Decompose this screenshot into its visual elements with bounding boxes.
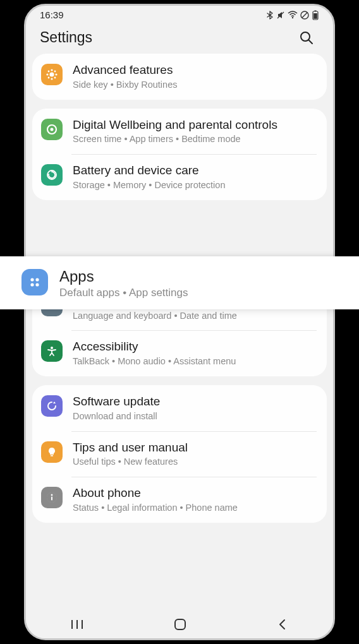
wifi-icon bbox=[288, 11, 298, 20]
row-title: Tips and user manual bbox=[73, 440, 317, 455]
header: Settings bbox=[26, 21, 333, 54]
row-subtitle: Default apps • App settings bbox=[59, 287, 338, 299]
svg-point-17 bbox=[54, 77, 56, 79]
nav-home-icon[interactable] bbox=[173, 617, 187, 631]
row-about-phone[interactable]: About phone Status • Legal information •… bbox=[32, 477, 327, 523]
row-title: Accessibility bbox=[73, 339, 317, 354]
svg-point-16 bbox=[48, 77, 50, 79]
settings-card: Advanced features Side key • Bixby Routi… bbox=[32, 54, 327, 100]
row-title: Apps bbox=[59, 268, 338, 285]
svg-point-32 bbox=[51, 494, 53, 496]
software-update-icon bbox=[41, 395, 63, 417]
svg-point-9 bbox=[50, 73, 54, 77]
row-subtitle: TalkBack • Mono audio • Assistant menu bbox=[73, 355, 317, 367]
bluetooth-icon bbox=[266, 11, 274, 20]
mute-icon bbox=[276, 11, 285, 20]
row-digital-wellbeing[interactable]: Digital Wellbeing and parental controls … bbox=[32, 109, 327, 155]
svg-line-3 bbox=[302, 13, 307, 18]
svg-point-13 bbox=[55, 73, 57, 75]
svg-point-40 bbox=[30, 283, 33, 286]
row-subtitle: Download and install bbox=[73, 410, 317, 422]
phone-frame: 16:39 Settings Advanced features Side ke… bbox=[24, 4, 335, 640]
svg-rect-5 bbox=[315, 10, 317, 11]
svg-point-1 bbox=[292, 16, 293, 18]
svg-rect-28 bbox=[51, 455, 53, 456]
tips-icon bbox=[41, 441, 63, 463]
row-subtitle: Language and keyboard • Date and time bbox=[73, 310, 317, 322]
row-battery-device-care[interactable]: Battery and device care Storage • Memory… bbox=[32, 154, 327, 200]
row-title: Advanced features bbox=[73, 63, 317, 78]
row-title: Digital Wellbeing and parental controls bbox=[73, 117, 317, 133]
row-accessibility[interactable]: Accessibility TalkBack • Mono audio • As… bbox=[32, 330, 327, 376]
status-icons bbox=[266, 10, 319, 20]
row-subtitle: Side key • Bixby Routines bbox=[73, 79, 317, 91]
nav-back-icon[interactable] bbox=[276, 618, 289, 631]
row-title: About phone bbox=[73, 486, 317, 501]
row-subtitle: Useful tips • New features bbox=[73, 456, 317, 468]
svg-point-10 bbox=[51, 69, 52, 71]
svg-point-27 bbox=[51, 347, 53, 349]
svg-point-39 bbox=[35, 278, 39, 281]
apps-icon bbox=[21, 269, 48, 295]
svg-point-14 bbox=[48, 71, 50, 73]
settings-card: Digital Wellbeing and parental controls … bbox=[32, 109, 327, 200]
svg-line-8 bbox=[308, 40, 312, 44]
row-apps-highlighted[interactable]: Apps Default apps • App settings bbox=[0, 256, 359, 309]
status-time: 16:39 bbox=[40, 9, 64, 20]
svg-point-19 bbox=[51, 128, 54, 131]
svg-rect-6 bbox=[313, 13, 317, 19]
status-bar: 16:39 bbox=[26, 6, 333, 21]
svg-point-12 bbox=[46, 73, 48, 75]
row-tips-manual[interactable]: Tips and user manual Useful tips • New f… bbox=[32, 431, 327, 477]
battery-icon bbox=[312, 10, 319, 20]
row-title: Software update bbox=[73, 394, 317, 409]
row-title: Battery and device care bbox=[73, 163, 317, 178]
row-advanced-features[interactable]: Advanced features Side key • Bixby Routi… bbox=[32, 54, 327, 100]
svg-rect-37 bbox=[175, 619, 185, 629]
svg-rect-33 bbox=[51, 497, 52, 501]
battery-care-icon bbox=[41, 164, 63, 186]
no-sim-icon bbox=[300, 11, 309, 20]
svg-point-15 bbox=[54, 71, 56, 73]
settings-card: Software update Download and install Tip… bbox=[32, 385, 327, 523]
svg-point-38 bbox=[30, 278, 33, 281]
row-subtitle: Storage • Memory • Device protection bbox=[73, 179, 317, 191]
row-subtitle: Screen time • App timers • Bedtime mode bbox=[73, 133, 317, 145]
search-icon[interactable] bbox=[299, 30, 314, 45]
row-subtitle: Status • Legal information • Phone name bbox=[73, 502, 317, 514]
svg-point-11 bbox=[51, 78, 52, 80]
digital-wellbeing-icon bbox=[41, 119, 63, 140]
row-software-update[interactable]: Software update Download and install bbox=[32, 385, 327, 431]
page-title: Settings bbox=[40, 29, 92, 46]
accessibility-icon bbox=[41, 340, 63, 362]
nav-recents-icon[interactable] bbox=[70, 618, 84, 631]
nav-bar bbox=[26, 611, 333, 638]
svg-point-41 bbox=[35, 283, 39, 286]
advanced-features-icon bbox=[41, 64, 63, 85]
about-phone-icon bbox=[41, 487, 63, 508]
